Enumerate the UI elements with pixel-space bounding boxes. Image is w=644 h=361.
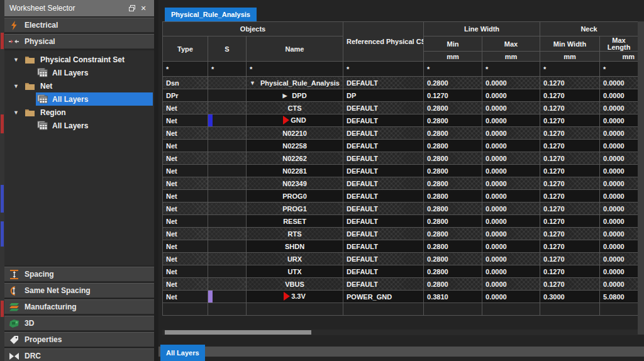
- cell-line-width-min[interactable]: 0.2800: [424, 190, 482, 203]
- sidebar-item-drc[interactable]: DRC: [4, 348, 154, 361]
- cell-line-width-min[interactable]: 0.2800: [424, 127, 482, 140]
- cell-line-width-min[interactable]: 0.2800: [424, 114, 482, 127]
- cell-line-width-min[interactable]: 0.2800: [424, 165, 482, 177]
- cell-referenced-cset[interactable]: DEFAULT: [343, 152, 424, 165]
- cell-name[interactable]: PROG0: [247, 190, 343, 203]
- column-header-min[interactable]: Min: [424, 36, 482, 52]
- cell-schedule[interactable]: [208, 102, 247, 114]
- group-header-objects[interactable]: Objects: [163, 22, 343, 36]
- cell-neck-min-width[interactable]: 0.1270: [540, 114, 600, 127]
- cell-line-width-min[interactable]: 0.2800: [424, 203, 482, 215]
- tree-worksheet-all-layers-selected[interactable]: All Layers: [4, 92, 154, 106]
- cell-referenced-cset[interactable]: DEFAULT: [343, 215, 424, 228]
- cell-type[interactable]: Net: [163, 152, 208, 165]
- tree-worksheet-all-layers[interactable]: All Layers: [4, 66, 154, 79]
- cell-line-width-max[interactable]: 0.0000: [482, 127, 540, 140]
- cell-referenced-cset[interactable]: DEFAULT: [343, 203, 424, 215]
- cell-schedule[interactable]: [208, 165, 247, 177]
- cell-schedule[interactable]: [208, 253, 247, 265]
- close-icon[interactable]: ✕: [138, 3, 149, 13]
- cell-name[interactable]: N02258: [247, 140, 343, 152]
- cell-name[interactable]: ▶DPD: [247, 89, 343, 102]
- cell-neck-max-length[interactable]: 0.0000: [600, 203, 638, 215]
- filter-cell[interactable]: *: [343, 62, 424, 77]
- cell-neck-max-length[interactable]: 0.0000: [600, 77, 638, 89]
- cell-name[interactable]: SHDN: [247, 240, 343, 253]
- column-header-s[interactable]: S: [208, 36, 247, 62]
- filter-cell[interactable]: *: [247, 62, 343, 77]
- cell-schedule[interactable]: [208, 203, 247, 215]
- cell-line-width-max[interactable]: 0.0000: [482, 190, 540, 203]
- cell-neck-min-width[interactable]: 0.1270: [540, 203, 600, 215]
- cell-type[interactable]: Net: [163, 165, 208, 177]
- cell-neck-max-length[interactable]: 0.0000: [600, 127, 638, 140]
- cell-schedule[interactable]: [208, 190, 247, 203]
- sidebar-item-same-net-spacing[interactable]: Same Net Spacing: [4, 283, 154, 298]
- cell-neck-min-width[interactable]: 0.1270: [540, 253, 600, 265]
- cell-name[interactable]: N02281: [247, 165, 343, 177]
- filter-cell[interactable]: *: [424, 62, 482, 77]
- cell-referenced-cset[interactable]: DEFAULT: [343, 165, 424, 177]
- cell-line-width-min[interactable]: 0.1270: [424, 89, 482, 102]
- expander-icon[interactable]: ▼: [13, 57, 21, 63]
- cell-schedule[interactable]: [208, 77, 247, 89]
- cell-type[interactable]: Net: [163, 102, 208, 114]
- cell-neck-min-width[interactable]: 0.1270: [540, 278, 600, 291]
- cell-neck-max-length[interactable]: 0.0000: [600, 240, 638, 253]
- cell-referenced-cset[interactable]: DEFAULT: [343, 140, 424, 152]
- cell-neck-max-length[interactable]: 0.0000: [600, 165, 638, 177]
- cell-schedule[interactable]: [208, 215, 247, 228]
- cell-schedule[interactable]: [208, 240, 247, 253]
- cell-referenced-cset[interactable]: DEFAULT: [343, 77, 424, 89]
- filter-cell[interactable]: *: [163, 62, 208, 77]
- cell-line-width-max[interactable]: 0.0000: [482, 177, 540, 190]
- filter-cell[interactable]: *: [208, 62, 247, 77]
- vertical-scrollbar[interactable]: [638, 21, 644, 335]
- cell-neck-max-length[interactable]: 0.0000: [600, 102, 638, 114]
- filter-cell[interactable]: *: [600, 62, 638, 77]
- cell-type[interactable]: Net: [163, 127, 208, 140]
- cell-schedule[interactable]: [208, 152, 247, 165]
- cell-line-width-max[interactable]: 0.0000: [482, 278, 540, 291]
- sidebar-item-physical[interactable]: Physical: [4, 34, 154, 49]
- tree-folder-physical-constraint-set[interactable]: ▼Physical Constraint Set: [4, 53, 154, 66]
- column-header-max[interactable]: Max: [482, 36, 540, 52]
- cell-name[interactable]: PROG1: [247, 203, 343, 215]
- cell-type[interactable]: Net: [163, 190, 208, 203]
- cell-neck-min-width[interactable]: 0.1270: [540, 127, 600, 140]
- sidebar-item-electrical[interactable]: Electrical: [4, 18, 154, 33]
- cell-referenced-cset[interactable]: POWER_GND: [343, 291, 424, 303]
- cell-neck-max-length[interactable]: 0.0000: [600, 177, 638, 190]
- cell-name[interactable]: N02349: [247, 177, 343, 190]
- cell-line-width-min[interactable]: 0.2800: [424, 228, 482, 240]
- horizontal-scrollbar-thumb[interactable]: [165, 330, 311, 335]
- cell-schedule[interactable]: [208, 89, 247, 102]
- cell-neck-max-length[interactable]: 0.0000: [600, 253, 638, 265]
- cell-name[interactable]: N02210: [247, 127, 343, 140]
- sidebar-item-spacing[interactable]: Spacing: [4, 267, 154, 282]
- cell-line-width-min[interactable]: 0.2800: [424, 215, 482, 228]
- cell-neck-min-width[interactable]: 0.1270: [540, 177, 600, 190]
- cell-neck-min-width[interactable]: 0.1270: [540, 265, 600, 278]
- cell-type[interactable]: Net: [163, 140, 208, 152]
- filter-cell[interactable]: *: [482, 62, 540, 77]
- cell-referenced-cset[interactable]: DEFAULT: [343, 278, 424, 291]
- panel-titlebar[interactable]: Worksheet Selector ✕: [4, 0, 154, 16]
- cell-referenced-cset[interactable]: DEFAULT: [343, 102, 424, 114]
- cell-neck-min-width[interactable]: 0.1270: [540, 89, 600, 102]
- cell-line-width-min[interactable]: 0.3810: [424, 291, 482, 303]
- expander-icon[interactable]: ▼: [13, 83, 21, 89]
- cell-neck-min-width[interactable]: 0.1270: [540, 190, 600, 203]
- cell-referenced-cset[interactable]: DEFAULT: [343, 265, 424, 278]
- cell-neck-max-length[interactable]: 5.0800: [600, 291, 638, 303]
- cell-type[interactable]: Net: [163, 114, 208, 127]
- cell-line-width-min[interactable]: 0.2800: [424, 253, 482, 265]
- cell-line-width-max[interactable]: 0.0000: [482, 240, 540, 253]
- cell-neck-max-length[interactable]: 0.0000: [600, 265, 638, 278]
- cell-line-width-max[interactable]: 0.0000: [482, 165, 540, 177]
- tree-worksheet-all-layers[interactable]: All Layers: [4, 119, 154, 132]
- cell-name[interactable]: URX: [247, 253, 343, 265]
- cell-neck-min-width[interactable]: 0.1270: [540, 165, 600, 177]
- cell-type[interactable]: Net: [163, 228, 208, 240]
- cell-type[interactable]: Net: [163, 177, 208, 190]
